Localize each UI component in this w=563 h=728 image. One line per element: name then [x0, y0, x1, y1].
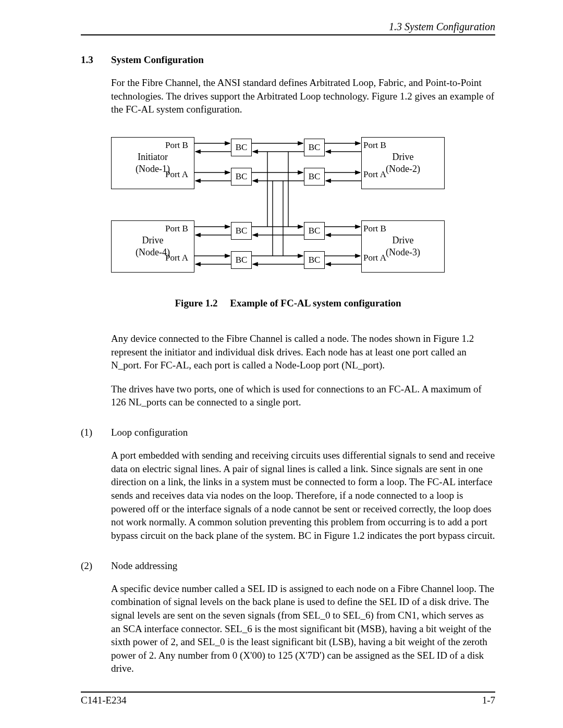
node-4-label: Drive: [142, 235, 164, 246]
port-b-label: Port B: [165, 140, 188, 151]
figure-caption: Figure 1.2 Example of FC-AL system confi…: [81, 298, 495, 309]
page: 1.3 System Configuration 1.3 System Conf…: [0, 0, 563, 728]
intro-paragraph: For the Fibre Channel, the ANSI standard…: [111, 76, 495, 116]
paragraph-2: Any device connected to the Fibre Channe…: [111, 332, 495, 372]
figure-1-2: Initiator (Node-1) Drive (Node-2) Drive …: [111, 137, 445, 283]
figure-number: Figure 1.2: [175, 298, 218, 309]
bc-box: BC: [304, 251, 325, 269]
bc-box: BC: [304, 222, 325, 240]
subsection-number: (2): [81, 560, 111, 572]
doc-id: C141-E234: [81, 695, 127, 706]
subsection-1-heading: (1) Loop configuration: [81, 427, 495, 438]
bc-box: BC: [231, 139, 252, 156]
section-number: 1.3: [81, 54, 111, 66]
section-title: System Configuration: [111, 54, 204, 66]
bc-box: BC: [231, 222, 252, 240]
bc-box: BC: [231, 251, 252, 269]
subsection-number: (1): [81, 427, 111, 438]
subsection-2-heading: (2) Node addressing: [81, 560, 495, 572]
header-section-ref: 1.3 System Configuration: [81, 21, 495, 33]
section-heading: 1.3 System Configuration: [81, 54, 495, 66]
paragraph-5: A specific device number called a SEL ID…: [111, 582, 495, 675]
subsection-title: Loop configuration: [111, 427, 188, 438]
port-b-label: Port B: [363, 224, 386, 234]
page-number: 1-7: [482, 695, 495, 706]
paragraph-4: A port embedded with sending and receivi…: [111, 449, 495, 542]
node-1-label: Initiator: [138, 151, 168, 163]
page-footer: C141-E234 1-7: [81, 692, 495, 706]
port-a-label: Port A: [165, 169, 188, 180]
node-3-label: Drive: [393, 235, 414, 246]
paragraph-3: The drives have two ports, one of which …: [111, 382, 495, 409]
node-3-sublabel: (Node-3): [386, 246, 420, 258]
bc-box: BC: [304, 139, 325, 156]
port-a-label: Port A: [165, 253, 188, 263]
figure-title: Example of FC-AL system configuration: [230, 298, 401, 309]
port-a-label: Port A: [363, 169, 386, 180]
subsection-title: Node addressing: [111, 560, 177, 572]
page-header: 1.3 System Configuration: [81, 21, 495, 35]
port-b-label: Port B: [165, 224, 188, 234]
node-2-label: Drive: [393, 151, 414, 163]
bc-box: BC: [231, 168, 252, 186]
bc-box: BC: [304, 168, 325, 186]
port-a-label: Port A: [363, 253, 386, 263]
port-b-label: Port B: [363, 140, 386, 151]
node-2-sublabel: (Node-2): [386, 163, 420, 175]
